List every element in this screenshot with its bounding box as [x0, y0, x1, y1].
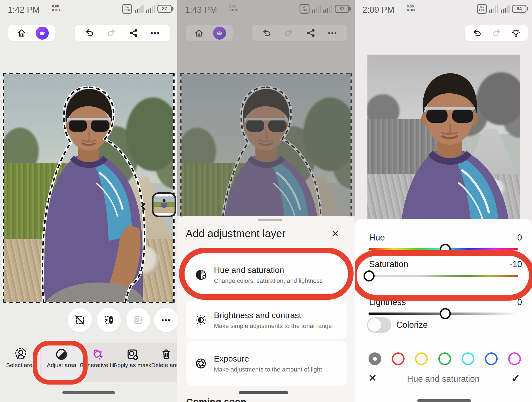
- hue-value: 0: [517, 233, 522, 243]
- option-subtitle: Change colors, saturation, and lightness: [214, 277, 347, 285]
- delete-area-icon: [145, 347, 177, 362]
- option-title: Hue and saturation: [214, 265, 347, 275]
- network-speed-value: 0.00: [52, 4, 59, 8]
- selection-edge-left: [3, 73, 4, 303]
- volte-bottom: LTE: [479, 9, 485, 12]
- volte-icon: Vo LTE: [477, 4, 487, 14]
- colorize-toggle[interactable]: [367, 317, 391, 333]
- lightbulb-icon: [511, 28, 521, 38]
- redo-icon: [492, 28, 502, 38]
- lightness-slider-handle[interactable]: [440, 308, 451, 319]
- edit-toolbar: [465, 25, 528, 41]
- selection-more-button[interactable]: •••: [154, 308, 177, 332]
- panel-select-step: 1:42 PM 0.00 KB/s Vo LTE 87: [0, 0, 177, 402]
- saturation-label: Saturation: [369, 259, 408, 269]
- layer-thumbnail-image: [154, 196, 175, 213]
- status-icons: Vo LTE 87: [122, 4, 173, 14]
- select-area-button[interactable]: Select area: [0, 347, 42, 368]
- signal-bars-sim1-icon: [489, 5, 498, 13]
- home-button[interactable]: [14, 26, 29, 40]
- invert-selection-icon: [103, 314, 115, 326]
- selection-edge-right: [173, 73, 175, 303]
- panel-add-adjustment-step: 1:43 PM 0.00 KB/s Vo LTE 87: [177, 0, 355, 402]
- more-button[interactable]: •••: [148, 26, 163, 40]
- home-indicator[interactable]: [62, 391, 115, 394]
- deselect-button[interactable]: [68, 308, 92, 332]
- lightness-label: Lightness: [369, 297, 406, 307]
- brightness-contrast-icon: [195, 314, 207, 326]
- lightness-value: 0: [517, 297, 522, 307]
- crown-icon: [38, 29, 46, 37]
- exposure-icon: [195, 357, 207, 370]
- undo-button[interactable]: [470, 26, 484, 40]
- adjust-area-button[interactable]: Adjust area: [41, 347, 82, 368]
- share-icon: [129, 28, 139, 38]
- add-adjustment-sheet: Add adjustment layer ✕ Hue and saturatio…: [177, 216, 355, 402]
- status-bar: 2:09 PM 0.00 KB/s Vo LTE 84: [355, 3, 532, 16]
- status-bar: 1:42 PM 0.00 KB/s Vo LTE 87: [0, 3, 177, 16]
- crown-badge: [36, 27, 49, 40]
- panel-footer-title: Hue and saturation: [355, 374, 532, 384]
- home-icon: [17, 28, 27, 38]
- select-area-icon: [0, 347, 42, 362]
- photo-canvas[interactable]: [367, 55, 520, 220]
- network-speed-unit: KB/s: [407, 8, 415, 12]
- option-subtitle: Make simple adjustments to the tonal ran…: [214, 322, 347, 330]
- tips-button[interactable]: [509, 26, 523, 40]
- color-swatch-none-selected[interactable]: [369, 352, 381, 365]
- more-icon: •••: [151, 29, 160, 37]
- color-swatch-blue[interactable]: [485, 352, 498, 365]
- sheet-close-button[interactable]: ✕: [331, 228, 339, 239]
- color-swatch-red[interactable]: [392, 352, 405, 365]
- network-speed-unit: KB/s: [52, 8, 60, 12]
- collapse-thumbnail-chevron[interactable]: ‹: [140, 194, 146, 216]
- color-swatch-yellow[interactable]: [415, 352, 428, 365]
- option-exposure[interactable]: Exposure Make adjustments to the amount …: [186, 341, 347, 386]
- hue-slider-handle[interactable]: [440, 244, 451, 255]
- share-button[interactable]: [126, 26, 141, 40]
- sheet-drag-handle[interactable]: [258, 219, 282, 221]
- photo-canvas[interactable]: [3, 73, 175, 303]
- option-title: Exposure: [214, 354, 347, 363]
- confirm-button[interactable]: ✓: [511, 372, 520, 385]
- delete-area-button[interactable]: Delete area: [145, 347, 177, 368]
- redo-button[interactable]: [104, 26, 119, 40]
- select-area-label: Select area: [6, 362, 35, 368]
- hue-saturation-panel: Hue 0 Saturation -10 Lightness 0 Coloriz…: [355, 219, 532, 402]
- status-icons: Vo LTE 84: [477, 4, 528, 14]
- redo-button[interactable]: [489, 26, 504, 40]
- color-swatch-cyan[interactable]: [462, 352, 474, 365]
- home-indicator[interactable]: [239, 391, 288, 394]
- layer-thumbnail[interactable]: [152, 192, 176, 217]
- colorize-toggle-knob: [368, 318, 381, 332]
- option-subtitle: Make adjustments to the amount of light: [214, 366, 347, 373]
- selection-edge-top: [3, 73, 175, 74]
- color-swatch-magenta[interactable]: [508, 352, 521, 365]
- undo-icon: [85, 28, 94, 38]
- volte-bottom: LTE: [124, 9, 130, 12]
- saturation-value: -10: [510, 259, 522, 269]
- battery-icon: 87: [157, 5, 172, 13]
- sheet-title: Add adjustment layer: [186, 228, 286, 240]
- battery-icon: 84: [512, 5, 526, 13]
- option-brightness-and-contrast[interactable]: Brightness and contrast Make simple adju…: [186, 301, 347, 339]
- network-speed: 0.00 KB/s: [407, 4, 415, 12]
- colorize-label: Colorize: [396, 320, 428, 330]
- color-swatch-green[interactable]: [438, 352, 451, 365]
- generative-fill-label: Generative fill: [80, 362, 115, 368]
- photo-person: [3, 73, 175, 303]
- selection-history-button-disabled: [126, 308, 150, 332]
- network-speed-value: 0.00: [407, 4, 414, 8]
- home-indicator[interactable]: [417, 399, 471, 402]
- coming-soon-heading: Coming soon: [186, 396, 246, 402]
- undo-button[interactable]: [82, 26, 97, 40]
- invert-selection-button[interactable]: [97, 308, 121, 332]
- clock: 2:09 PM: [362, 5, 394, 15]
- premium-button[interactable]: [35, 26, 49, 40]
- selection-history-icon: [132, 314, 144, 326]
- home-toolbar: [8, 25, 55, 41]
- saturation-slider-track[interactable]: [369, 275, 518, 277]
- option-hue-and-saturation[interactable]: Hue and saturation Change colors, satura…: [186, 255, 347, 295]
- redo-icon: [106, 28, 116, 38]
- saturation-slider-handle[interactable]: [364, 270, 375, 281]
